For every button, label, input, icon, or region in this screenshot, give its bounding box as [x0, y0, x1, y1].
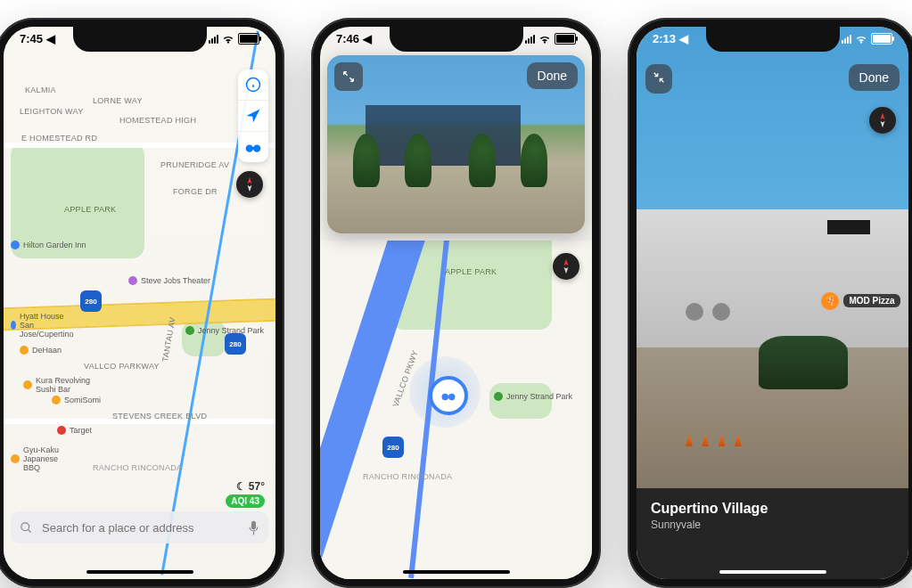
street-leighton: Leighton Way	[20, 107, 83, 116]
phone-notch	[706, 27, 840, 52]
compass-button[interactable]	[236, 171, 263, 198]
road-homestead	[4, 143, 275, 148]
poi-gyu[interactable]: Gyu-Kaku Japanese BBQ	[11, 445, 77, 472]
sv-building	[366, 105, 520, 166]
highway-shield: 280	[382, 437, 404, 458]
poi-jenny[interactable]: Jenny Strand Park	[185, 326, 264, 335]
done-button[interactable]: Done	[849, 64, 900, 91]
svg-rect-8	[251, 520, 256, 528]
poi-jenny[interactable]: Jenny Strand Park	[494, 392, 572, 401]
wifi-icon	[855, 33, 867, 45]
compass-button[interactable]	[869, 107, 896, 134]
svg-rect-5	[251, 147, 254, 150]
home-indicator[interactable]	[403, 570, 510, 574]
mic-icon[interactable]	[248, 520, 259, 535]
collapse-button[interactable]	[645, 64, 672, 94]
battery-icon	[871, 33, 892, 45]
location-caption[interactable]: Cupertino Village Sunnyvale	[637, 488, 908, 579]
poi-apple-park[interactable]: APPLE PARK	[64, 205, 116, 214]
map-controls	[238, 69, 268, 162]
status-time: 7:45	[20, 32, 43, 45]
search-input[interactable]	[40, 520, 241, 535]
done-button[interactable]: Done	[527, 62, 578, 89]
poi-target[interactable]: Target	[57, 426, 92, 435]
street-pruneridge: Pruneridge Av	[160, 160, 229, 169]
poi-hyatt[interactable]: Hyatt House San Jose/Cupertino	[11, 312, 73, 339]
street-kalmia: Kalmia	[25, 86, 56, 94]
poi-denaan[interactable]: DeHaan	[20, 346, 62, 355]
highway-shield-1: 280	[80, 290, 102, 312]
poi-homestead-high: Homestead High	[119, 116, 196, 125]
location-title: Cupertino Village	[651, 501, 894, 517]
store-sign	[827, 220, 870, 234]
aqi-badge: AQI 43	[226, 494, 265, 508]
phone-screen-2: 7:46 ◀ APPLE PARK Jenny Strand Park RANC…	[320, 27, 592, 579]
phone-frame-1: 7:45 ◀ E Homestead Rd APPLE PARK Kalmia …	[0, 18, 284, 588]
street-stevens: Stevens Creek Blvd	[112, 412, 207, 421]
phone-notch	[73, 27, 207, 52]
phone-notch	[390, 27, 523, 52]
phone-screen-3: 🍕 MOD Pizza 2:13 ◀ Done	[637, 27, 908, 579]
look-around-button[interactable]	[238, 132, 268, 162]
phone-screen-1: 7:45 ◀ E Homestead Rd APPLE PARK Kalmia …	[4, 27, 275, 579]
svg-point-6	[21, 522, 29, 530]
cell-signal-icon	[842, 35, 851, 44]
look-around-preview[interactable]: Done	[327, 55, 585, 233]
weather-widget[interactable]: ☾ 57° AQI 43	[226, 480, 265, 508]
highway-shield-2: 280	[225, 333, 246, 355]
wifi-icon	[222, 33, 234, 45]
poi-hilton[interactable]: Hilton Garden Inn	[11, 241, 86, 249]
status-time: 2:13	[653, 32, 676, 45]
home-indicator[interactable]	[86, 570, 193, 574]
weather-icon: ☾	[236, 480, 246, 493]
battery-icon	[238, 33, 259, 45]
svg-point-10	[448, 394, 456, 401]
sv-tree	[405, 134, 431, 187]
sv-tree	[469, 134, 496, 187]
cell-signal-icon	[525, 35, 535, 44]
poi-steve-jobs[interactable]: Steve Jobs Theater	[128, 276, 210, 285]
svg-point-9	[442, 394, 449, 401]
poi-somi[interactable]: SomiSomi	[52, 396, 101, 404]
street-lorne: Lorne Way	[93, 96, 143, 105]
traffic-cone	[719, 434, 726, 446]
sv-tree	[353, 134, 380, 187]
wifi-icon	[538, 33, 551, 45]
poi-rancho: RANCHO RINCONADA	[93, 463, 182, 472]
street-vallco: Vallco Parkway	[84, 362, 160, 371]
svg-line-7	[28, 529, 30, 532]
home-indicator[interactable]	[719, 570, 826, 574]
map-canvas[interactable]: APPLE PARK Jenny Strand Park RANCHO RINC…	[320, 241, 592, 579]
poi-pin-icon: 🍕	[821, 292, 839, 310]
expand-button[interactable]	[334, 62, 363, 91]
poi-rancho: RANCHO RINCONADA	[363, 472, 452, 481]
sv-tree	[521, 134, 547, 187]
street-homestead: E Homestead Rd	[21, 134, 97, 143]
poi-pin-secondary[interactable]	[686, 303, 703, 321]
cell-signal-icon	[209, 35, 218, 44]
info-button[interactable]	[238, 69, 268, 101]
poi-pin-secondary[interactable]	[712, 303, 730, 321]
compass-button[interactable]	[553, 253, 579, 280]
phone-frame-3: 🍕 MOD Pizza 2:13 ◀ Done	[628, 18, 912, 588]
battery-icon	[555, 33, 576, 45]
street-forge: Forge Dr	[173, 187, 218, 196]
location-arrow-icon: ◀	[46, 32, 55, 45]
traffic-cone	[702, 434, 709, 446]
poi-pin-label: MOD Pizza	[843, 294, 900, 307]
weather-temp: 57°	[249, 480, 265, 493]
status-time: 7:46	[336, 32, 359, 45]
look-around-cursor[interactable]	[429, 376, 468, 415]
search-icon	[20, 521, 33, 535]
location-subtitle: Sunnyvale	[651, 519, 894, 531]
phone-frame-2: 7:46 ◀ APPLE PARK Jenny Strand Park RANC…	[311, 18, 601, 588]
traffic-cone	[735, 434, 742, 446]
search-bar[interactable]	[11, 511, 268, 543]
locate-button[interactable]	[238, 101, 268, 132]
traffic-cone	[686, 434, 693, 446]
hedge	[759, 336, 848, 389]
poi-pin-mod-pizza[interactable]: 🍕 MOD Pizza	[821, 292, 900, 310]
poi-apple-park[interactable]: APPLE PARK	[445, 267, 497, 276]
park-area-jenny	[489, 383, 552, 419]
poi-kura[interactable]: Kura Revolving Sushi Bar	[23, 376, 98, 394]
